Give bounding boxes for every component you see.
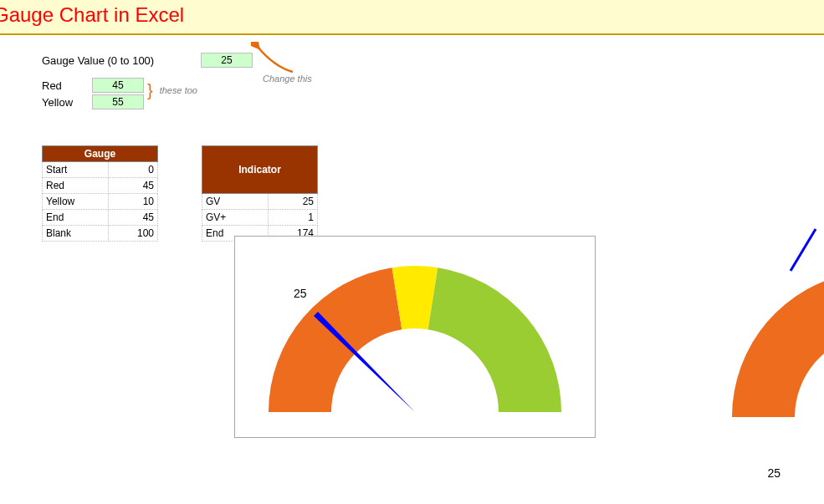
table-row: GV25 [202,194,318,210]
gauge-table: Gauge Start0 Red45 Yellow10 End45 Blank1… [42,145,158,242]
gauge-value-label: Gauge Value (0 to 100) [42,54,159,67]
page-title: Gauge Chart in Excel [0,0,824,35]
table-row: Red45 [43,178,158,194]
hint-these-too: these too [160,85,197,95]
table-row: Yellow10 [43,194,158,210]
gauge-needle-label: 25 [294,287,307,300]
indicator-table: Indicator GV25 GV+1 End174 [202,145,318,242]
hint-change-this: Change this [263,74,312,84]
partial-needle [774,225,824,275]
red-input[interactable]: 45 [92,78,144,93]
table-row: GV+1 [202,210,318,226]
brace-icon: } [147,86,153,94]
yellow-input[interactable]: 55 [92,94,144,109]
yellow-label: Yellow [42,96,92,109]
gauge-table-header: Gauge [43,146,158,162]
svg-line-1 [791,229,816,271]
table-row: End45 [43,210,158,226]
gauge-chart: 25 [234,236,596,438]
red-label: Red [42,79,92,92]
gauge-value-input[interactable]: 25 [201,53,253,68]
table-row: Start0 [43,162,158,178]
indicator-table-header: Indicator [202,146,318,194]
table-row: Blank100 [43,226,158,242]
